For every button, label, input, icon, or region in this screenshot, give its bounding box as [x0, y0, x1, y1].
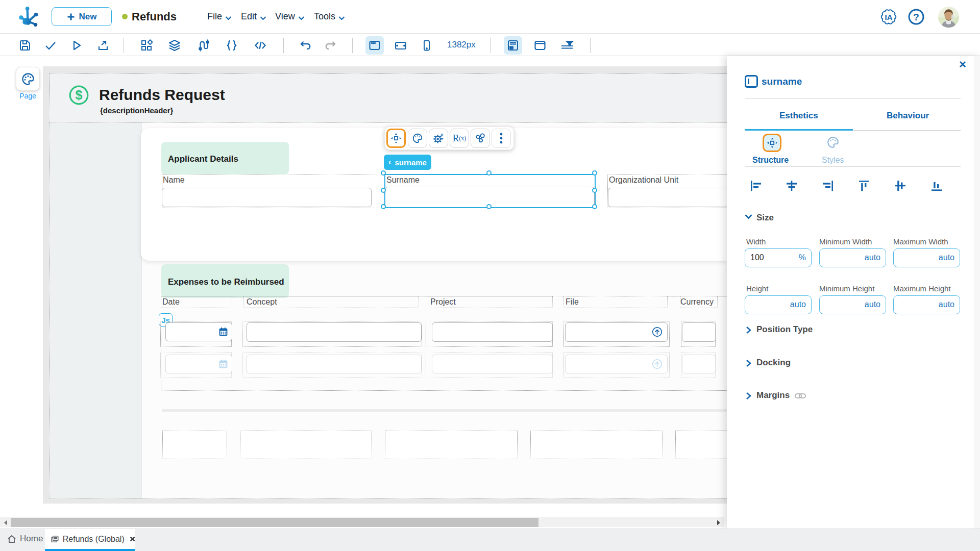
svg-text:IA: IA	[885, 13, 893, 21]
svg-text:$: $	[76, 88, 83, 102]
svg-text:?: ?	[913, 12, 919, 22]
